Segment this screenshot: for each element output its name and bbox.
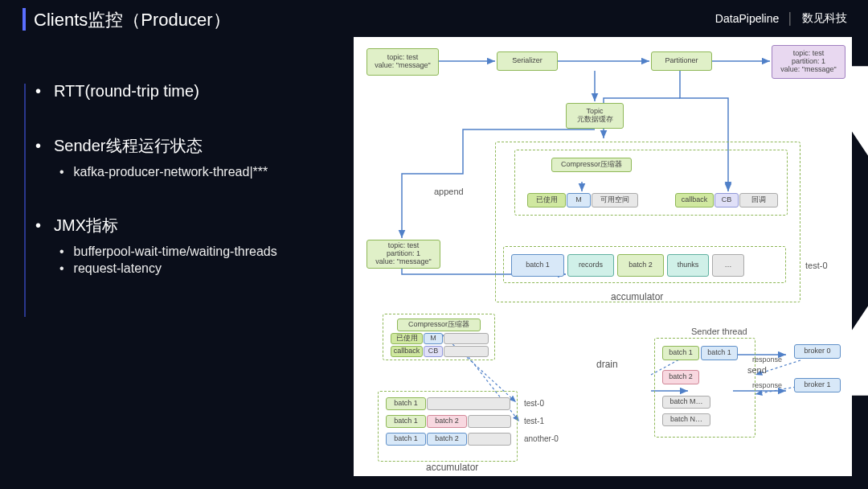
brand-sep: │ [787,12,794,25]
m-box: M [567,193,591,208]
cb2-box: CB [424,346,443,357]
title-accent [23,8,26,31]
dots-box: … [712,254,744,277]
output-box: topic: test partition: 1 value: "message… [772,45,845,79]
response1-label: response [752,355,782,364]
l-pad3 [468,433,511,446]
l-batch1: batch 1 [386,397,426,410]
bullet-2-1: kafka-producer-network-thread|*** [23,164,344,181]
l-batch1b: batch 1 [386,415,426,428]
broker1-box: broker 1 [794,378,841,392]
compressor-box: Compressor压缩器 [551,158,632,172]
response2-label: response [752,381,782,389]
huidiao-box: 回调 [739,193,778,208]
s-batchN: batch N… [662,413,710,426]
bullet-1: RTT(round-trip time) [23,80,344,101]
compressor2-box: Compressor压缩器 [397,318,481,331]
l-batch2b: batch 2 [427,433,467,446]
free-box: 可用空间 [592,193,638,208]
page-title: Clients监控（Producer） [34,8,231,32]
topic-meta-box: Topic 元数据缓存 [566,103,624,129]
batch1-box: batch 1 [511,254,564,277]
bullet-2: Sender线程运行状态 kafka-producer-network-thre… [23,135,344,181]
broker0-box: broker 0 [794,344,841,359]
l-another0: another-0 [524,434,559,443]
input-box: topic: test value: "message" [366,48,439,76]
bullet-3-1: bufferpool-wait-time/waiting-threads [23,244,344,261]
drain-label: drain [596,359,618,370]
s-batch1: batch 1 [662,346,699,360]
append-detail-box: topic: test partition: 1 value: "message… [366,240,440,269]
used2-box: 已使用 [391,333,423,344]
l-batch1c: batch 1 [386,433,426,446]
m2-box: M [424,333,443,344]
thunks-box: thunks [667,254,709,277]
l-test1: test-1 [524,417,544,425]
accumulator-label: accumulator [611,291,663,302]
brand-name: DataPipeline [715,12,779,25]
batch2-box: batch 2 [617,254,664,277]
send-label: send [747,365,767,375]
records-box: records [567,254,614,277]
sender-thread-label: Sender thread [691,327,747,336]
l-batch2: batch 2 [427,415,467,428]
partitioner-box: Partitioner [651,51,712,71]
s-batch2: batch 2 [662,370,699,384]
l-pad1 [427,397,510,410]
huidiao2-box [444,346,489,357]
cb-box: CB [714,193,739,208]
bullet-3-2: request-latency [23,261,344,277]
bullet-3: JMX指标 bufferpool-wait-time/waiting-threa… [23,215,344,277]
free2-box [444,333,489,344]
l-test0: test-0 [524,399,544,408]
bullet-list: RTT(round-trip time) Sender线程运行状态 kafka-… [23,80,344,310]
test0-label: test-0 [805,261,828,270]
s-batch1b: batch 1 [701,346,738,360]
callback2-box: callback [391,346,423,357]
brand-logo: DataPipeline │ 数见科技 [715,11,847,26]
used-box: 已使用 [527,193,566,208]
callback-box: callback [675,193,714,208]
l-pad2 [468,415,511,428]
serializer-box: Serializer [497,51,558,71]
s-batchM: batch M… [662,396,710,409]
producer-diagram: topic: test value: "message" Serializer … [354,37,852,476]
brand-tag: 数见科技 [802,11,847,26]
append-label: append [434,187,464,196]
lower-acc-label: accumulator [426,462,478,473]
